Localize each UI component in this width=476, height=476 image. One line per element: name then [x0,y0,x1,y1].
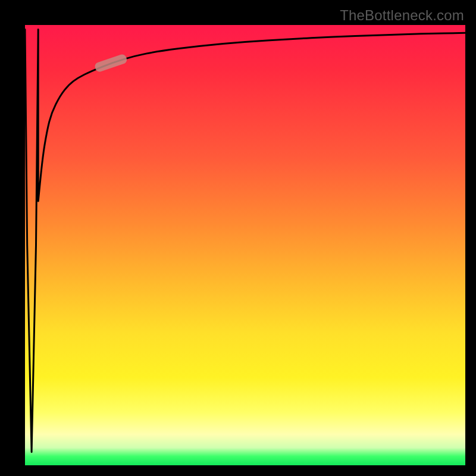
chart-stage: TheBottleneck.com [0,0,476,476]
curve-marker [94,54,128,73]
chart-svg [25,25,465,465]
attribution-text: TheBottleneck.com [340,7,464,24]
curve-main [25,29,465,452]
